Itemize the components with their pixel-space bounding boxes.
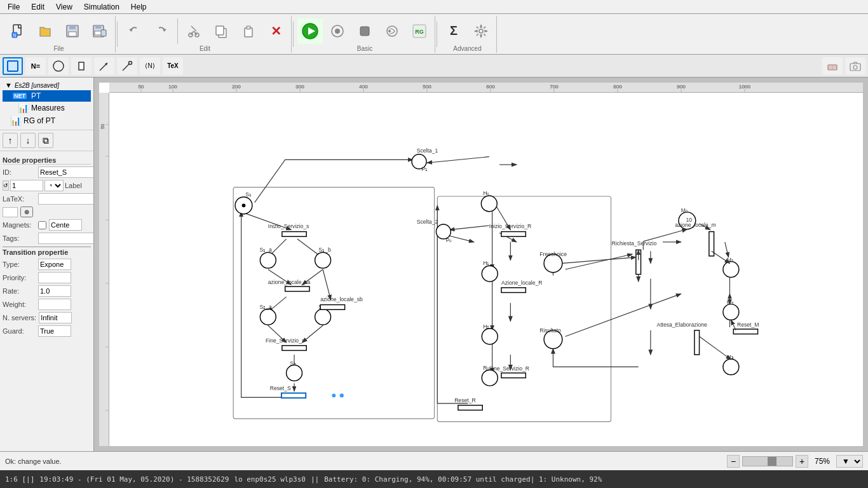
- place-h1[interactable]: [482, 266, 498, 281]
- menu-simulation[interactable]: Simulation: [79, 1, 125, 13]
- color-box[interactable]: [3, 207, 18, 217]
- tags-input[interactable]: [38, 233, 94, 244]
- canvas-content[interactable]: S₁ Scelta_1 P₁ Scelta_2 P₀ H₀ S₁_a: [109, 93, 863, 446]
- new-button[interactable]: N: [5, 18, 31, 44]
- place-m1[interactable]: [723, 262, 739, 278]
- spin-value-input[interactable]: [10, 180, 43, 191]
- sigma-button[interactable]: Σ: [441, 18, 466, 44]
- trans-reset-s[interactable]: [281, 393, 306, 398]
- nequal-tool[interactable]: N=: [25, 57, 46, 75]
- toolbar-file-group: N File: [3, 16, 116, 53]
- place-s2b[interactable]: [315, 309, 331, 325]
- undo-button[interactable]: [121, 18, 147, 44]
- place-s1b[interactable]: [315, 252, 331, 268]
- label-m2: M₂: [727, 299, 734, 306]
- place-h0[interactable]: [481, 196, 497, 212]
- paste-button[interactable]: [236, 18, 261, 44]
- canvas-area[interactable]: 50 100 200 300 400 500 600 700 800 900 1…: [94, 78, 868, 451]
- menu-help[interactable]: Help: [126, 1, 152, 13]
- trans-reset-r[interactable]: [458, 405, 482, 410]
- trans-fine-s[interactable]: [282, 346, 306, 351]
- camera-tool[interactable]: [845, 57, 865, 75]
- tex-tool[interactable]: TeX: [163, 57, 183, 75]
- spin-select[interactable]: ▼: [44, 180, 64, 191]
- place-tool[interactable]: [48, 57, 69, 75]
- status-bar: Ok: change value. − + 75% ▼: [0, 451, 868, 470]
- place-s3[interactable]: [287, 365, 302, 381]
- step-button[interactable]: [379, 18, 405, 44]
- tree-item-rg[interactable]: 📊 RG of PT: [3, 114, 91, 127]
- label-reset-s: Reset_S: [270, 385, 291, 391]
- guard-input[interactable]: [38, 325, 71, 337]
- tree-item-measures-1[interactable]: 📊 Measures: [3, 102, 91, 114]
- menu-bar: File Edit View Simulation Help: [0, 0, 868, 14]
- priority-input[interactable]: [38, 272, 71, 283]
- zoom-plus-button[interactable]: +: [796, 455, 808, 468]
- place-h2[interactable]: [482, 329, 498, 344]
- arc-risultato-rich: [566, 294, 681, 336]
- copy-button[interactable]: [208, 18, 234, 44]
- arc-tool[interactable]: [94, 57, 114, 75]
- stop-button[interactable]: [352, 18, 377, 44]
- svg-line-36: [484, 34, 485, 36]
- nav-copy-button[interactable]: ⧉: [38, 133, 53, 148]
- place-s1a[interactable]: [260, 252, 276, 268]
- rg-button[interactable]: RG: [407, 18, 432, 44]
- text-tool[interactable]: ⟨N⟩: [140, 57, 160, 75]
- menu-edit[interactable]: Edit: [26, 1, 50, 13]
- trans-reset-m[interactable]: [733, 329, 757, 334]
- type-input[interactable]: [38, 259, 71, 270]
- trans-inizio-s[interactable]: [282, 232, 306, 237]
- edit-sep: [177, 18, 178, 44]
- record-button[interactable]: [325, 18, 350, 44]
- weight-input[interactable]: [38, 299, 71, 310]
- menu-view[interactable]: View: [51, 1, 78, 13]
- magnets-checkbox[interactable]: [38, 221, 46, 229]
- select-tool[interactable]: [3, 57, 23, 75]
- magnets-input[interactable]: [49, 219, 82, 231]
- nav-up-button[interactable]: ↑: [3, 133, 18, 148]
- eraser-tool[interactable]: [822, 57, 843, 75]
- trans-azione-r[interactable]: [501, 288, 526, 293]
- arc-p0-t: [449, 236, 473, 242]
- zoom-dropdown[interactable]: ▼: [836, 455, 863, 468]
- zoom-minus-button[interactable]: −: [727, 455, 740, 468]
- trans-fine-r[interactable]: [501, 373, 526, 378]
- transition-tool[interactable]: [71, 57, 92, 75]
- saveas-button[interactable]: [87, 18, 112, 44]
- trans-azione-sa[interactable]: [285, 287, 309, 292]
- trans-inizio-r[interactable]: [501, 232, 526, 237]
- color-expand-button[interactable]: ⊕: [20, 207, 33, 217]
- cut-button[interactable]: [181, 18, 207, 44]
- menu-file[interactable]: File: [3, 1, 25, 13]
- zoom-track[interactable]: [742, 456, 793, 466]
- place-m2[interactable]: [723, 304, 739, 320]
- delete-button[interactable]: ✕: [263, 18, 288, 44]
- config-button[interactable]: [468, 18, 494, 44]
- id-input[interactable]: [38, 166, 94, 178]
- tree-root[interactable]: ▼ Es2B [unsaved]: [3, 80, 91, 90]
- open-button[interactable]: [32, 18, 58, 44]
- place-h3[interactable]: [482, 370, 498, 386]
- nservers-input[interactable]: [39, 312, 72, 323]
- svg-rect-7: [95, 25, 101, 29]
- save-button[interactable]: [60, 18, 85, 44]
- nav-down-button[interactable]: ↓: [20, 133, 36, 148]
- tree-item-net-pt[interactable]: NET PT: [3, 90, 91, 102]
- diagram-svg[interactable]: S₁ Scelta_1 P₁ Scelta_2 P₀ H₀ S₁_a: [109, 93, 863, 446]
- nservers-label: N. servers:: [3, 314, 36, 322]
- label-s1: S₁: [245, 191, 252, 198]
- rate-input[interactable]: [38, 285, 71, 297]
- place-m3[interactable]: [723, 359, 739, 375]
- latex-input[interactable]: [38, 193, 94, 205]
- spin-ccw-button[interactable]: ↺: [3, 180, 9, 191]
- arc-s1b-tsb: [323, 269, 330, 300]
- place-s2a[interactable]: [260, 309, 276, 325]
- trans-attesa[interactable]: [695, 330, 700, 355]
- run-button[interactable]: [297, 18, 323, 44]
- rate-label: Rate:: [3, 287, 36, 295]
- redo-button[interactable]: [149, 18, 174, 44]
- inhibitor-tool[interactable]: [117, 57, 137, 75]
- arc-scelta1-p1: [427, 157, 489, 163]
- trans-azione-sb[interactable]: [320, 305, 344, 310]
